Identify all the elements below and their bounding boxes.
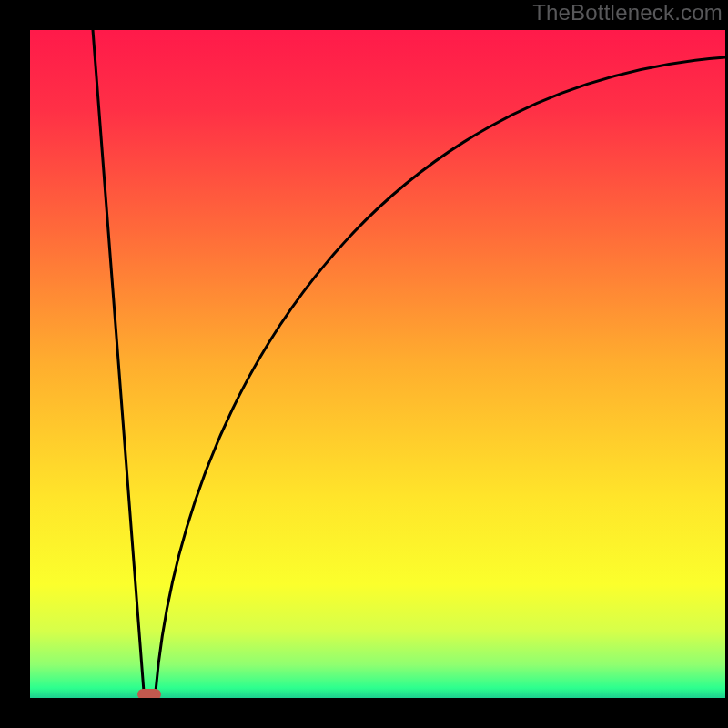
chart-frame: [0, 0, 728, 728]
plot-area: [30, 30, 725, 698]
optimal-point-marker: [137, 689, 161, 698]
curve-left-branch: [93, 30, 144, 692]
watermark-text: TheBottleneck.com: [532, 0, 723, 25]
curve-right-branch: [156, 57, 725, 692]
bottleneck-curve: [30, 30, 725, 698]
